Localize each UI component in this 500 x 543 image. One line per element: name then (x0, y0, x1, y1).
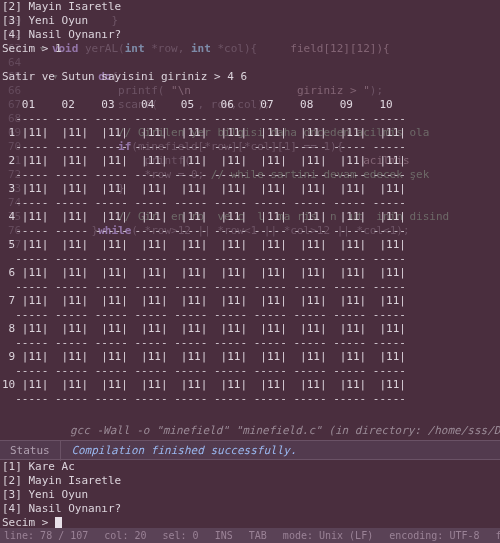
grid-row: 3 |11| |11| |11| |11| |11| |11| |11| |11… (2, 182, 406, 195)
menu-item: [2] Mayin Isaretle (2, 0, 121, 13)
grid-header: 01 02 03 04 05 06 07 08 09 10 (2, 98, 393, 111)
grid-row: 4 |11| |11| |11| |11| |11| |11| |11| |11… (2, 210, 406, 223)
game-output-bottom: [1] Kare Ac [2] Mayin Isaretle [3] Yeni … (0, 460, 500, 530)
status-line: line: 78 / 107 (4, 530, 88, 541)
menu-item: [3] Yeni Oyun (2, 14, 88, 27)
grid-row: 8 |11| |11| |11| |11| |11| |11| |11| |11… (2, 322, 406, 335)
status-filetype: file (496, 530, 500, 541)
grid-row: 2 |11| |11| |11| |11| |11| |11| |11| |11… (2, 154, 406, 167)
status-tab[interactable]: Status (0, 441, 61, 461)
menu-item: [1] Kare Ac (2, 460, 75, 473)
status-sel: sel: 0 (163, 530, 199, 541)
grid-row: 9 |11| |11| |11| |11| |11| |11| |11| |11… (2, 350, 406, 363)
compile-message: Compilation finished successfully. (67, 444, 296, 457)
status-ins: INS (215, 530, 233, 541)
grid-row: 10 |11| |11| |11| |11| |11| |11| |11| |1… (2, 378, 406, 391)
status-mode: mode: Unix (LF) (283, 530, 373, 541)
status-tab: TAB (249, 530, 267, 541)
compiler-status-bar[interactable]: Status Compilation finished successfully… (0, 440, 500, 460)
game-output-top: [2] Mayin Isaretle [3] Yeni Oyun [4] Nas… (0, 0, 500, 406)
grid-row: 1 |11| |11| |11| |11| |11| |11| |11| |11… (2, 126, 406, 139)
menu-item: [4] Nasil Oynanır? (2, 502, 121, 515)
menu-item: [2] Mayin Isaretle (2, 474, 121, 487)
status-col: col: 20 (104, 530, 146, 541)
selection-prompt: Secim > 1 (2, 42, 62, 55)
menu-item: [4] Nasil Oynanır? (2, 28, 121, 41)
menu-item: [3] Yeni Oyun (2, 488, 88, 501)
gcc-command-line: gcc -Wall -o "minefield" "minefield.c" (… (0, 424, 500, 438)
grid-row: 7 |11| |11| |11| |11| |11| |11| |11| |11… (2, 294, 406, 307)
status-encoding: encoding: UTF-8 (389, 530, 479, 541)
grid-row: 5 |11| |11| |11| |11| |11| |11| |11| |11… (2, 238, 406, 251)
input-prompt: Satir ve Sutun sayisini giriniz > 4 6 (2, 70, 247, 83)
editor-status-bar: line: 78 / 107 col: 20 sel: 0 INS TAB mo… (0, 528, 500, 543)
grid-row: 6 |11| |11| |11| |11| |11| |11| |11| |11… (2, 266, 406, 279)
